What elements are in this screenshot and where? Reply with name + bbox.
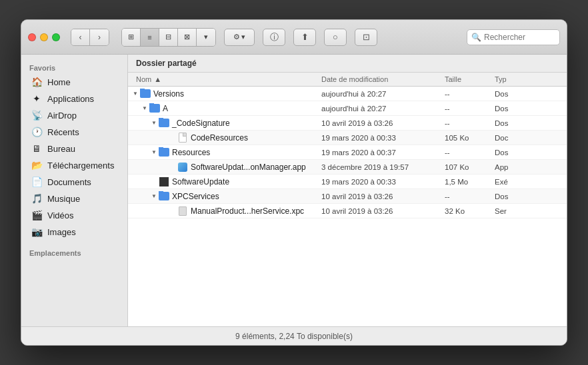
folder-icon (159, 191, 169, 202)
disclosure-triangle-empty (168, 163, 177, 172)
file-pane: Dossier partagé Nom ▲ Date de modificati… (128, 55, 567, 326)
disclosure-triangle[interactable]: ▼ (131, 89, 140, 99)
sidebar-item-videos[interactable]: 🎬 Vidéos (24, 207, 125, 223)
telechargements-icon: 📂 (31, 160, 43, 171)
disclosure-triangle-empty (168, 133, 177, 143)
table-row[interactable]: ▼ Versions aujourd'hui à 20:27 -- Dos (128, 87, 567, 101)
cell-type: Dos (495, 119, 567, 127)
sidebar-item-images[interactable]: 📷 Images (24, 224, 125, 240)
sidebar-item-label-applications: Applications (47, 94, 94, 104)
cell-size: -- (445, 192, 495, 200)
search-box: 🔍 (467, 29, 560, 45)
info-button[interactable]: ⓘ (263, 29, 285, 46)
disclosure-triangle-empty (168, 206, 177, 216)
cell-name: ▼ XPCServices (128, 191, 321, 202)
bureau-icon: 🖥 (31, 143, 43, 154)
applications-icon: ✦ (31, 93, 43, 104)
cell-type: Doc (495, 134, 567, 142)
home-icon: 🏠 (31, 77, 43, 87)
sidebar-item-label-home: Home (47, 77, 71, 87)
cell-size: 32 Ko (445, 207, 495, 215)
finder-window: ‹ › ⊞ ≡ ⊟ ⊠ ▾ ⚙ ▾ ⓘ ⬆ ○ ⊡ 🔍 (21, 19, 567, 346)
sidebar-item-label-videos: Vidéos (47, 210, 74, 220)
folder-icon (149, 103, 160, 114)
table-row[interactable]: SoftwareUpdat...onManager.app 3 décembre… (128, 160, 567, 175)
cell-name: ▼ Versions (128, 89, 321, 99)
col-header-size[interactable]: Taille (445, 75, 495, 83)
disclosure-triangle[interactable]: ▼ (149, 192, 159, 201)
close-button[interactable] (28, 33, 36, 41)
back-button[interactable]: ‹ (71, 29, 90, 45)
sidebar-item-label-documents: Documents (47, 177, 91, 187)
file-name: Versions (153, 89, 184, 99)
cell-type: App (495, 163, 567, 171)
favorites-section-title: Favoris (21, 60, 127, 73)
disclosure-triangle[interactable]: ▼ (140, 104, 149, 113)
info-icon: ⓘ (270, 31, 279, 43)
view-dropdown-button[interactable]: ▾ (197, 29, 215, 46)
tag-icon: ○ (333, 32, 338, 42)
fullscreen-button[interactable] (52, 33, 60, 41)
sidebar-item-label-bureau: Bureau (47, 144, 75, 154)
col-header-date[interactable]: Date de modification (321, 75, 445, 83)
cell-size: -- (445, 90, 495, 98)
table-row[interactable]: CodeResources 19 mars 2020 à 00:33 105 K… (128, 131, 567, 145)
sidebar-item-bureau[interactable]: 🖥 Bureau (24, 141, 125, 157)
col-header-type[interactable]: Typ (495, 75, 567, 83)
table-row[interactable]: ▼ XPCServices 10 avril 2019 à 03:26 -- D… (128, 189, 567, 204)
table-row[interactable]: ▼ A aujourd'hui à 20:27 -- Dos (128, 101, 567, 116)
table-row[interactable]: ManualProduct...herService.xpc 10 avril … (128, 204, 567, 218)
disclosure-triangle[interactable]: ▼ (149, 119, 159, 128)
cell-size: 105 Ko (445, 134, 495, 142)
sidebar-item-home[interactable]: 🏠 Home (24, 74, 125, 90)
minimize-button[interactable] (40, 33, 48, 41)
table-row[interactable]: ▼ Resources 19 mars 2020 à 00:37 -- Dos (128, 145, 567, 160)
column-headers: Nom ▲ Date de modification Taille Typ (128, 73, 567, 87)
sidebar-item-telechargements[interactable]: 📂 Téléchargements (24, 157, 125, 173)
sidebar-item-airdrop[interactable]: 📡 AirDrop (24, 107, 125, 123)
view-icon-button[interactable]: ⊞ (122, 29, 141, 46)
delete-button[interactable]: ⊡ (355, 29, 377, 46)
exe-icon (159, 177, 169, 187)
file-name: CodeResources (191, 133, 248, 143)
action-dropdown-arrow: ▾ (241, 33, 245, 41)
app-icon (177, 162, 188, 173)
action-dropdown[interactable]: ⚙ ▾ (224, 29, 255, 46)
traffic-lights (28, 33, 60, 41)
file-name: ManualProduct...herService.xpc (191, 206, 304, 216)
cell-type: Dos (495, 149, 567, 157)
cell-name: ▼ Resources (128, 147, 321, 158)
table-row[interactable]: ▼ _CodeSignature 10 avril 2019 à 03:26 -… (128, 116, 567, 131)
sidebar-item-documents[interactable]: 📄 Documents (24, 174, 125, 190)
cell-name: ▼ _CodeSignature (128, 118, 321, 129)
share-button[interactable]: ⬆ (293, 29, 316, 46)
col-header-name[interactable]: Nom ▲ (128, 75, 321, 83)
airdrop-icon: 📡 (31, 110, 43, 121)
emplacements-section-title: Emplacements (21, 245, 127, 258)
view-column-button[interactable]: ⊟ (159, 29, 178, 46)
view-group: ⊞ ≡ ⊟ ⊠ ▾ (121, 28, 216, 47)
disclosure-triangle-empty (149, 177, 159, 186)
forward-button[interactable]: › (90, 29, 109, 45)
file-name: A (163, 104, 168, 113)
cell-date: 19 mars 2020 à 00:37 (321, 149, 445, 157)
cell-type: Ser (495, 207, 567, 215)
table-row[interactable]: SoftwareUpdate 19 mars 2020 à 00:33 1,5 … (128, 175, 567, 189)
view-list-button[interactable]: ≡ (141, 29, 159, 46)
file-name: Resources (172, 148, 210, 157)
sidebar-item-label-airdrop: AirDrop (47, 111, 77, 121)
sidebar-item-musique[interactable]: 🎵 Musique (24, 190, 125, 206)
disclosure-triangle[interactable]: ▼ (149, 148, 159, 157)
cell-date: 10 avril 2019 à 03:26 (321, 192, 445, 200)
tag-button[interactable]: ○ (324, 29, 347, 46)
main-content: Favoris 🏠 Home ✦ Applications 📡 AirDrop … (21, 55, 567, 326)
cell-date: 19 mars 2020 à 00:33 (321, 178, 445, 186)
sidebar-item-applications[interactable]: ✦ Applications (24, 91, 125, 107)
search-input[interactable] (484, 33, 557, 42)
sidebar-item-recents[interactable]: 🕐 Récents (24, 124, 125, 140)
cell-date: aujourd'hui à 20:27 (321, 105, 445, 113)
file-name: SoftwareUpdate (172, 177, 229, 186)
cell-size: 107 Ko (445, 163, 495, 171)
view-cover-button[interactable]: ⊠ (178, 29, 197, 46)
cell-size: 1,5 Mo (445, 178, 495, 186)
